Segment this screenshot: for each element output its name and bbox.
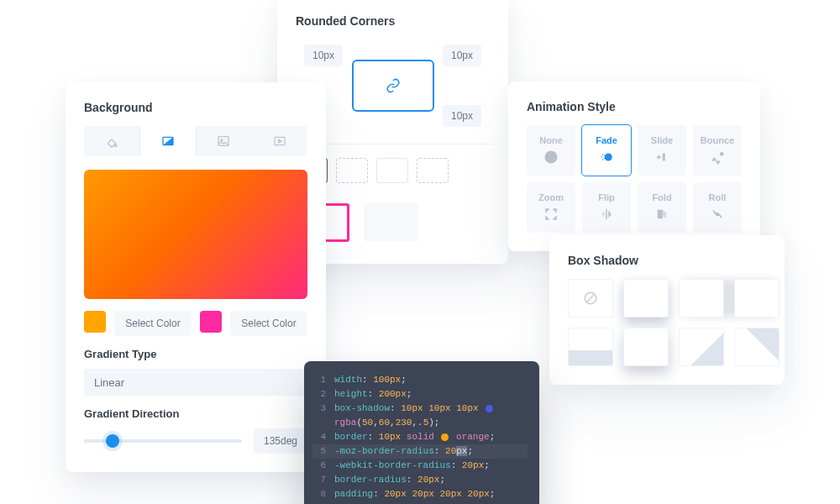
panel-title: Box Shadow [568,254,766,267]
color-swatch-1[interactable] [84,311,106,333]
svg-point-4 [221,139,223,141]
code-line: rgba(50,60,230,.5); [312,416,528,430]
animation-label: None [539,135,563,145]
box-shadow-grid [568,279,766,366]
bg-tab-video[interactable] [252,126,308,156]
code-line: 1width: 100px; [312,373,528,387]
roll-icon [709,206,726,223]
animation-fold[interactable]: Fold [638,182,686,233]
panel-title: Background [84,101,307,114]
svg-point-15 [721,153,723,155]
animation-bounce[interactable]: Bounce [693,125,742,176]
paint-bucket-icon [105,134,118,148]
animation-label: Fold [652,192,671,202]
animation-roll[interactable]: Roll [693,182,742,233]
animation-label: Flip [598,192,615,202]
animation-label: Slide [651,135,673,145]
svg-rect-14 [663,154,665,161]
gradient-type-value: Linear [94,376,124,389]
animation-flip[interactable]: Flip [582,182,631,233]
flip-icon [598,206,615,223]
animation-fade[interactable]: Fade [582,125,631,176]
corner-bottom-right[interactable]: 10px [443,105,481,127]
bg-tab-image[interactable] [196,126,252,156]
none-icon [543,149,559,165]
bg-tab-gradient[interactable] [140,126,197,156]
none-icon [583,291,598,306]
corner-top-right[interactable]: 10px [443,45,481,66]
gradient-preview [84,170,307,299]
border-style-dotted[interactable] [376,158,408,183]
bg-tab-fill[interactable] [84,126,140,156]
animation-none[interactable]: None [527,125,575,176]
shadow-option[interactable] [679,279,724,318]
code-preview: 1width: 100px;2height: 200px;3box-shadow… [304,361,539,504]
link-icon[interactable] [386,78,401,93]
shadow-option[interactable] [568,328,613,366]
border-style-dashed[interactable] [336,158,368,183]
svg-rect-16 [606,209,607,219]
panel-title: Animation Style [527,100,742,113]
bounce-icon [709,149,726,165]
code-line: 5-moz-border-radius: 20px; [312,444,528,459]
fade-icon [598,149,615,165]
code-line: 8padding: 20px 20px 20px 20px; [312,487,528,501]
animation-label: Roll [709,192,727,202]
animation-zoom[interactable]: Zoom [527,182,575,233]
animation-label: Zoom [538,192,564,202]
select-color-2-button[interactable]: Select Color [230,311,307,336]
svg-point-9 [602,154,604,155]
code-line: 2height: 200px; [312,387,528,402]
panel-title: Rounded Corners [296,14,490,28]
box-shadow-panel: Box Shadow [549,235,785,385]
code-line: 4border: 10px solid orange; [312,430,528,444]
shadow-option[interactable] [734,279,780,318]
corner-top-left[interactable]: 10px [304,45,343,66]
svg-point-10 [601,156,602,158]
slider-thumb[interactable] [106,434,119,448]
svg-point-13 [604,158,606,160]
background-tabs [84,126,307,156]
shadow-option[interactable] [623,279,669,318]
svg-point-8 [605,154,612,161]
animation-label: Fade [596,135,617,145]
shadow-none[interactable] [568,279,613,318]
color-swatch-2[interactable] [200,311,222,333]
fold-icon [654,206,670,223]
svg-point-11 [602,159,604,160]
slide-icon [654,149,670,165]
animation-panel: Animation Style NoneFadeSlideBounceZoomF… [508,81,760,251]
code-line: 3box-shadow: 10px 10px 10px [312,402,528,416]
zoom-icon [543,206,559,223]
shadow-option[interactable] [623,328,669,366]
direction-slider[interactable] [84,439,242,443]
border-width-option[interactable] [365,203,418,242]
gradient-type-select[interactable]: Linear [84,369,307,396]
image-icon [217,134,230,148]
video-icon [273,134,286,148]
svg-rect-17 [658,210,663,219]
svg-line-19 [586,294,596,303]
shadow-option[interactable] [679,328,724,366]
border-style-double[interactable] [417,158,449,183]
select-color-1-button[interactable]: Select Color [114,311,192,336]
corner-preview [352,60,434,112]
animation-grid: NoneFadeSlideBounceZoomFlipFoldRoll [527,125,742,233]
background-panel: Background Select Color Select Color Gra… [66,82,326,472]
code-line: 6-webkit-border-radius: 20px; [312,459,528,473]
gradient-type-label: Gradient Type [84,348,307,360]
gradient-direction-label: Gradient Direction [84,407,307,420]
direction-value[interactable]: 135deg [254,428,307,454]
animation-label: Bounce [701,135,734,145]
svg-point-12 [604,155,606,157]
code-line: 7border-radius: 20px; [312,473,528,487]
animation-slide[interactable]: Slide [638,125,686,176]
shadow-option[interactable] [734,328,780,366]
gradient-icon [161,134,175,148]
